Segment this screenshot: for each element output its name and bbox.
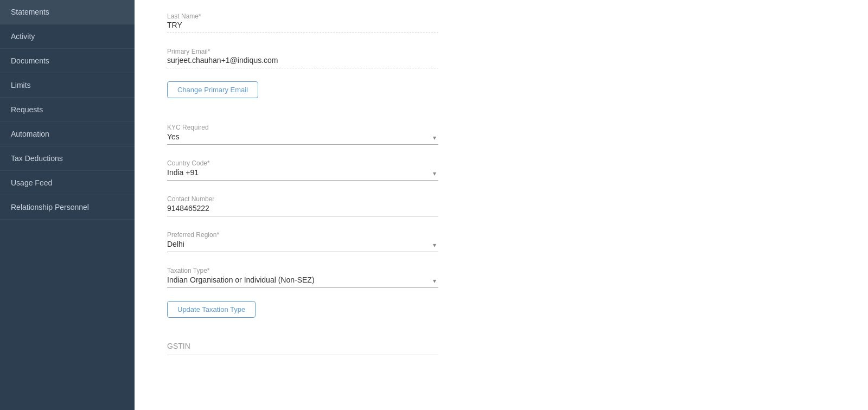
last-name-group: Last Name* TRY xyxy=(167,11,438,33)
preferred-region-group: Preferred Region* DelhiMumbaiBangaloreCh… xyxy=(167,229,438,252)
primary-email-value: surjeet.chauhan+1@indiqus.com xyxy=(167,56,438,68)
kyc-required-select-wrapper: YesNo ▾ xyxy=(167,132,438,145)
taxation-type-group: Taxation Type* Indian Organisation or In… xyxy=(167,265,438,288)
preferred-region-label: Preferred Region* xyxy=(167,231,219,239)
primary-email-label: Primary Email* xyxy=(167,48,210,55)
sidebar-item-limits[interactable]: Limits xyxy=(0,73,135,98)
sidebar-item-relationship-personnel[interactable]: Relationship Personnel xyxy=(0,195,135,220)
sidebar-item-requests[interactable]: Requests xyxy=(0,98,135,122)
kyc-required-group: KYC Required YesNo ▾ xyxy=(167,122,438,145)
preferred-region-select-wrapper: DelhiMumbaiBangaloreChennai ▾ xyxy=(167,239,438,252)
primary-email-group: Primary Email* surjeet.chauhan+1@indiqus… xyxy=(167,46,438,68)
last-name-value: TRY xyxy=(167,21,438,33)
sidebar-item-automation[interactable]: Automation xyxy=(0,122,135,146)
contact-number-input[interactable] xyxy=(167,204,438,216)
country-code-label: Country Code* xyxy=(167,159,210,167)
contact-number-label: Contact Number xyxy=(167,195,214,203)
kyc-required-select[interactable]: YesNo xyxy=(167,132,438,145)
change-primary-email-group: Change Primary Email xyxy=(167,81,438,109)
taxation-type-label: Taxation Type* xyxy=(167,267,210,274)
taxation-type-select-wrapper: Indian Organisation or Individual (Non-S… xyxy=(167,275,438,288)
change-primary-email-button[interactable]: Change Primary Email xyxy=(167,81,258,98)
country-code-select-wrapper: India +91USA +1UK +44 ▾ xyxy=(167,168,438,181)
sidebar-item-activity[interactable]: Activity xyxy=(0,24,135,49)
kyc-required-label: KYC Required xyxy=(167,124,209,131)
taxation-type-select[interactable]: Indian Organisation or Individual (Non-S… xyxy=(167,276,438,288)
update-taxation-type-button[interactable]: Update Taxation Type xyxy=(167,301,256,318)
sidebar-item-documents[interactable]: Documents xyxy=(0,49,135,73)
contact-number-group: Contact Number xyxy=(167,194,438,216)
sidebar-item-usage-feed[interactable]: Usage Feed xyxy=(0,171,135,195)
country-code-select[interactable]: India +91USA +1UK +44 xyxy=(167,168,438,181)
update-taxation-type-group: Update Taxation Type xyxy=(167,301,438,329)
gstin-group: GSTIN xyxy=(167,342,438,355)
last-name-label: Last Name* xyxy=(167,12,201,20)
gstin-label: GSTIN xyxy=(167,342,438,355)
preferred-region-select[interactable]: DelhiMumbaiBangaloreChennai xyxy=(167,240,438,252)
sidebar: StatementsActivityDocumentsLimitsRequest… xyxy=(0,0,135,410)
sidebar-item-tax-deductions[interactable]: Tax Deductions xyxy=(0,146,135,171)
form-section: Last Name* TRY Primary Email* surjeet.ch… xyxy=(167,11,438,355)
main-content: Last Name* TRY Primary Email* surjeet.ch… xyxy=(135,0,868,410)
sidebar-item-statements[interactable]: Statements xyxy=(0,0,135,24)
country-code-group: Country Code* India +91USA +1UK +44 ▾ xyxy=(167,158,438,181)
